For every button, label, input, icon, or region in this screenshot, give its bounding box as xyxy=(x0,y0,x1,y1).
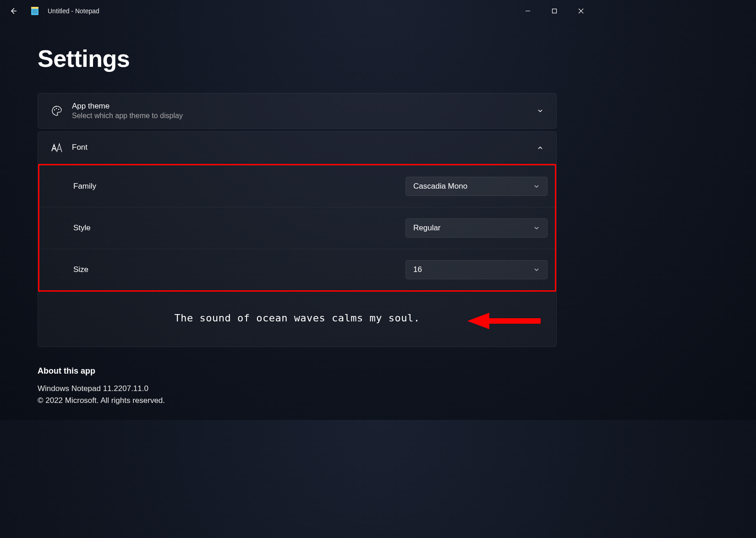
settings-content: Settings App theme Select which app them… xyxy=(0,22,594,406)
chevron-down-icon xyxy=(537,108,543,114)
maximize-button[interactable] xyxy=(541,2,568,20)
svg-rect-2 xyxy=(31,7,38,9)
about-heading: About this app xyxy=(38,366,557,376)
chevron-down-icon xyxy=(533,183,540,190)
svg-point-12 xyxy=(58,109,59,110)
font-size-row: Size 16 xyxy=(39,249,555,290)
font-family-dropdown[interactable]: Cascadia Mono xyxy=(405,177,548,196)
notepad-app-icon xyxy=(30,6,39,16)
font-family-row: Family Cascadia Mono xyxy=(39,165,555,207)
svg-rect-13 xyxy=(488,318,541,324)
font-family-value: Cascadia Mono xyxy=(413,182,467,191)
title-bar-left: Untitled - Notepad xyxy=(9,6,99,16)
app-theme-subtitle: Select which app theme to display xyxy=(72,112,537,120)
about-section: About this app Windows Notepad 11.2207.1… xyxy=(38,366,557,406)
close-icon xyxy=(578,8,584,14)
minimize-button[interactable] xyxy=(515,2,541,20)
about-version: Windows Notepad 11.2207.11.0 xyxy=(38,383,557,395)
back-arrow-icon xyxy=(9,7,17,15)
font-style-value: Regular xyxy=(413,223,441,233)
font-size-dropdown[interactable]: 16 xyxy=(405,260,548,279)
svg-marker-14 xyxy=(467,313,489,329)
font-family-label: Family xyxy=(73,182,96,191)
font-size-value: 16 xyxy=(413,265,422,274)
close-button[interactable] xyxy=(568,2,594,20)
chevron-down-icon xyxy=(533,266,540,273)
back-button[interactable] xyxy=(9,7,17,15)
about-copyright: © 2022 Microsoft. All rights reserved. xyxy=(38,395,557,407)
window-controls xyxy=(515,2,594,20)
font-size-label: Size xyxy=(73,265,88,274)
svg-rect-7 xyxy=(553,9,557,13)
chevron-up-icon xyxy=(537,145,543,151)
font-card-header[interactable]: Font xyxy=(38,132,556,164)
svg-point-11 xyxy=(56,108,57,109)
font-style-dropdown[interactable]: Regular xyxy=(405,218,548,238)
font-icon xyxy=(51,142,63,154)
chevron-down-icon xyxy=(533,225,540,231)
title-bar: Untitled - Notepad xyxy=(0,0,594,22)
window-title: Untitled - Notepad xyxy=(48,7,99,15)
page-heading: Settings xyxy=(38,45,557,72)
font-preview: The sound of ocean waves calms my soul. xyxy=(38,292,556,347)
palette-icon xyxy=(51,105,63,117)
minimize-icon xyxy=(525,8,531,14)
svg-point-10 xyxy=(54,109,55,110)
annotation-arrow-icon xyxy=(467,312,541,330)
app-theme-card[interactable]: App theme Select which app theme to disp… xyxy=(38,93,557,129)
font-preview-text: The sound of ocean waves calms my soul. xyxy=(174,312,420,324)
font-title: Font xyxy=(72,143,537,152)
annotation-highlight-box: Family Cascadia Mono Style Regular xyxy=(38,164,556,292)
app-theme-title: App theme xyxy=(72,102,537,111)
font-style-row: Style Regular xyxy=(39,207,555,249)
font-card: Font Family Cascadia Mono Style Regular xyxy=(38,131,557,347)
maximize-icon xyxy=(552,8,557,14)
font-style-label: Style xyxy=(73,223,91,233)
